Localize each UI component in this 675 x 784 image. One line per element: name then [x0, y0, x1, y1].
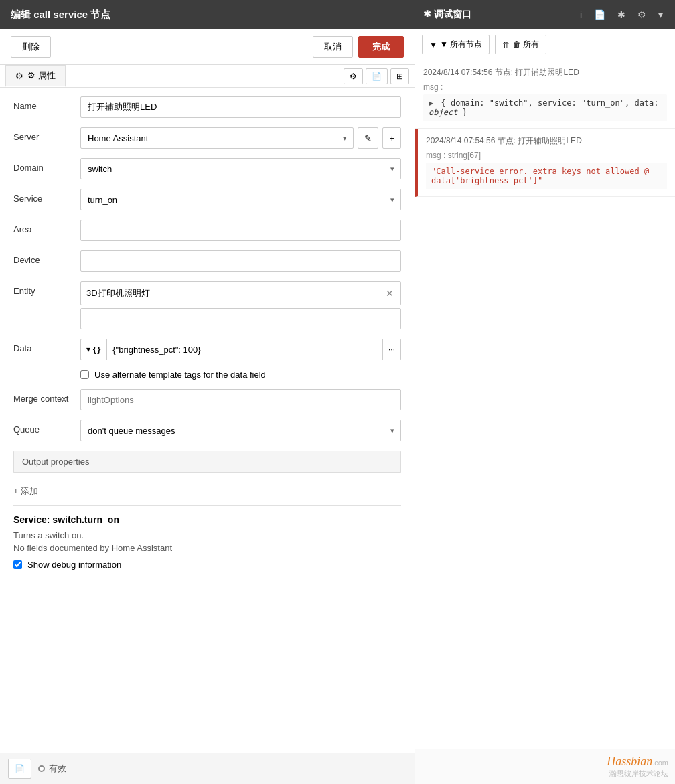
watermark-suffix: .com [652, 759, 668, 767]
merge-context-row: Merge context [13, 389, 401, 410]
merge-context-input[interactable] [80, 389, 401, 410]
form-area: Name Server Home Assistant ▾ ✎ + Domain … [0, 88, 415, 753]
alternate-template-row: Use alternate template tags for the data… [13, 370, 401, 380]
debug-msg-1-toggle[interactable]: ▶ [429, 98, 433, 108]
debug-msg-2-timestamp: 2024/8/14 07:54:56 [426, 136, 495, 145]
queue-select[interactable]: don't queue messages [80, 420, 401, 441]
entity-text-input[interactable] [80, 308, 401, 329]
show-debug-label: Show debug information [27, 560, 121, 570]
data-more-button[interactable]: ··· [382, 339, 401, 360]
device-row: Device [13, 250, 401, 272]
service-info-line2: No fields documented by Home Assistant [13, 543, 401, 553]
data-input-group: ▾ {} ··· [80, 339, 401, 360]
data-braces-icon: {} [92, 345, 101, 354]
debug-msg-1-header: 2024/8/14 07:54:56 节点: 打开辅助照明LED [423, 67, 667, 78]
left-panel: 编辑 call service 节点 删除 取消 完成 ⚙ ⚙ 属性 ⚙ 📄 ⊞… [0, 0, 415, 784]
server-label: Server [13, 127, 74, 142]
all-nodes-label: ▼ 所有节点 [440, 39, 482, 50]
data-chevron-icon: ▾ [86, 345, 90, 354]
entity-label: Entity [13, 281, 74, 296]
name-label: Name [13, 96, 74, 111]
merge-context-label: Merge context [13, 389, 74, 404]
debug-message-2: 2024/8/14 07:54:56 节点: 打开辅助照明LED msg : s… [415, 129, 675, 197]
watermark: Hassbian.com 瀚思彼岸技术论坛 [415, 749, 675, 784]
doc-tab-icon[interactable]: 📄 [366, 68, 388, 84]
status-circle-icon [38, 765, 45, 772]
service-info: Service: switch.turn_on Turns a switch o… [13, 514, 401, 553]
editor-title: 编辑 call service 节点 [11, 9, 110, 21]
debug-header-icons: i 📄 ✱ ⚙ ▾ [576, 8, 667, 21]
server-select-wrap: Home Assistant ▾ [80, 127, 354, 149]
entity-row: Entity 3D打印机照明灯 ✕ [13, 281, 401, 329]
ellipsis-icon: ··· [388, 345, 395, 354]
show-debug-checkbox[interactable] [13, 560, 22, 569]
tab-icons-group: ⚙ 📄 ⊞ [344, 68, 409, 84]
tab-properties-label: ⚙ 属性 [27, 70, 56, 82]
settings-tab-icon[interactable]: ⚙ [344, 68, 363, 84]
status-indicator: 有效 [38, 763, 66, 775]
trash-all-button[interactable]: 🗑 🗑 所有 [495, 35, 546, 54]
debug-message-1: 2024/8/14 07:54:56 节点: 打开辅助照明LED msg : ▶… [415, 60, 675, 129]
footer-bar: 📄 有效 [0, 753, 415, 784]
domain-select[interactable]: switch [80, 158, 401, 179]
show-debug-row: Show debug information [13, 560, 401, 570]
debug-msg-1-content: ▶ { domain: "switch", service: "turn_on"… [423, 94, 667, 121]
server-row: Server Home Assistant ▾ ✎ + [13, 127, 401, 149]
debug-gear-button[interactable]: ⚙ [633, 8, 650, 21]
device-label: Device [13, 250, 74, 265]
all-nodes-button[interactable]: ▼ ▼ 所有节点 [422, 35, 490, 54]
debug-more-button[interactable]: ▾ [654, 8, 667, 21]
service-select-wrapper: turn_on ▾ [80, 189, 401, 210]
queue-select-wrapper: don't queue messages ▾ [80, 420, 401, 441]
data-input[interactable] [106, 339, 382, 360]
output-properties-section: Output properties [13, 451, 401, 473]
tab-properties[interactable]: ⚙ ⚙ 属性 [5, 65, 66, 87]
server-controls: Home Assistant ▾ ✎ + [80, 127, 401, 149]
debug-star-button[interactable]: ✱ [613, 8, 629, 21]
name-input[interactable] [80, 96, 401, 118]
alternate-template-checkbox[interactable] [80, 370, 89, 379]
domain-label: Domain [13, 158, 74, 173]
delete-button[interactable]: 删除 [11, 36, 51, 58]
service-select[interactable]: turn_on [80, 189, 401, 210]
debug-messages: 2024/8/14 07:54:56 节点: 打开辅助照明LED msg : ▶… [415, 60, 675, 749]
device-input[interactable] [80, 250, 401, 272]
data-label: Data [13, 339, 74, 354]
name-row: Name [13, 96, 401, 118]
entity-clear-button[interactable]: ✕ [384, 288, 395, 299]
debug-filter-bar: ▼ ▼ 所有节点 🗑 🗑 所有 [415, 29, 675, 60]
debug-msg-1-label: msg : [423, 82, 667, 92]
footer-doc-button[interactable]: 📄 [8, 759, 31, 779]
server-select[interactable]: Home Assistant [80, 127, 354, 149]
trash-all-label: 🗑 所有 [513, 39, 539, 50]
section-divider [13, 505, 401, 506]
server-edit-button[interactable]: ✎ [358, 127, 378, 149]
debug-info-button[interactable]: i [576, 8, 586, 21]
server-add-button[interactable]: + [382, 127, 401, 149]
service-info-line1: Turns a switch on. [13, 530, 401, 540]
gear-tab-icon: ⚙ [15, 71, 23, 81]
watermark-brand: Hassbian [607, 755, 652, 768]
data-type-button[interactable]: ▾ {} [80, 339, 106, 360]
service-label: Service [13, 189, 74, 204]
cancel-button[interactable]: 取消 [313, 36, 353, 58]
trash-icon: 🗑 [502, 40, 510, 50]
debug-msg-2-content: "Call-service error. extra keys not allo… [426, 163, 667, 189]
entity-tag-row: 3D打印机照明灯 ✕ [80, 281, 401, 305]
area-input[interactable] [80, 220, 401, 241]
array-tab-icon[interactable]: ⊞ [390, 68, 409, 84]
editor-toolbar: 删除 取消 完成 [0, 29, 415, 65]
entity-tag-value: 3D打印机照明灯 [86, 287, 384, 299]
area-row: Area [13, 220, 401, 241]
debug-doc-button[interactable]: 📄 [590, 8, 609, 21]
tabs-bar: ⚙ ⚙ 属性 ⚙ 📄 ⊞ [0, 65, 415, 88]
add-button[interactable]: + 添加 [13, 483, 38, 500]
debug-msg-1-node: 节点: 打开辅助照明LED [495, 68, 579, 77]
debug-msg-2-label: msg : string[67] [426, 151, 667, 160]
service-row: Service turn_on ▾ [13, 189, 401, 210]
done-button[interactable]: 完成 [358, 36, 404, 58]
entity-container: 3D打印机照明灯 ✕ [80, 281, 401, 329]
service-info-title: Service: switch.turn_on [13, 514, 401, 525]
domain-row: Domain switch ▾ [13, 158, 401, 179]
editor-header: 编辑 call service 节点 [0, 0, 415, 29]
